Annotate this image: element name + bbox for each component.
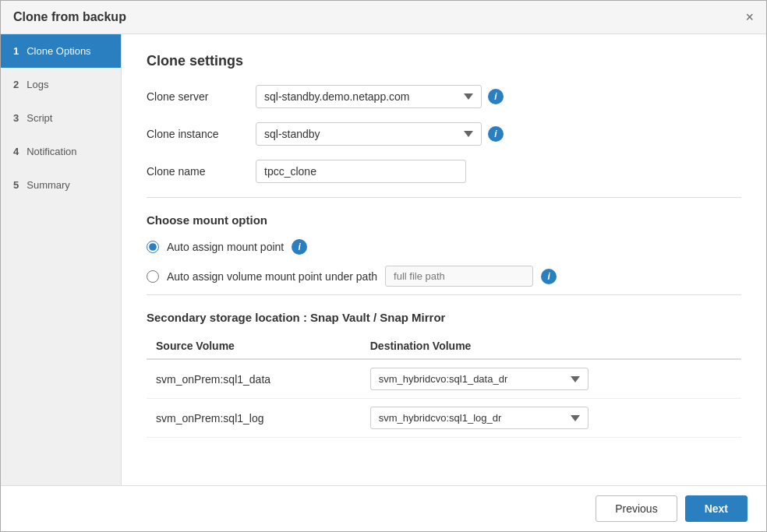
source-vol-2: svm_onPrem:sql1_log (147, 399, 361, 438)
mount-auto-label: Auto assign mount point (167, 241, 284, 253)
divider-2 (147, 294, 741, 295)
mount-path-label: Auto assign volume mount point under pat… (167, 270, 377, 283)
sidebar-item-logs[interactable]: 2 Logs (1, 68, 121, 101)
dest-vol-cell-1: svm_hybridcvo:sql1_data_dr (361, 359, 741, 399)
step-num-3: 3 (13, 112, 19, 124)
clone-server-info-icon[interactable]: i (488, 89, 504, 104)
clone-name-control (256, 160, 466, 183)
step-num-4: 4 (13, 146, 19, 157)
table-row: svm_onPrem:sql1_log svm_hybridcvo:sql1_l… (147, 399, 741, 438)
sidebar-item-summary[interactable]: 5 Summary (1, 168, 121, 202)
next-button[interactable]: Next (685, 495, 748, 522)
mount-auto-radio[interactable] (147, 241, 159, 253)
mount-auto-info-icon[interactable]: i (292, 239, 307, 255)
clone-instance-control: sql-standby i (256, 122, 504, 146)
main-content: Clone settings Clone server sql-standby.… (122, 34, 766, 485)
dialog-header: Clone from backup × (1, 1, 766, 34)
dest-vol-select-1[interactable]: svm_hybridcvo:sql1_data_dr (370, 368, 589, 390)
table-row: svm_onPrem:sql1_data svm_hybridcvo:sql1_… (147, 359, 741, 399)
clone-server-label: Clone server (147, 90, 256, 103)
step-num-1: 1 (13, 45, 19, 57)
mount-options: Auto assign mount point i Auto assign vo… (147, 239, 741, 287)
clone-server-row: Clone server sql-standby.demo.netapp.com… (147, 85, 741, 108)
clone-from-backup-dialog: Clone from backup × 1 Clone Options 2 Lo… (0, 0, 767, 532)
clone-instance-label: Clone instance (147, 128, 256, 140)
col-source-header: Source Volume (147, 333, 361, 359)
previous-button[interactable]: Previous (596, 495, 677, 522)
sidebar-item-clone-options[interactable]: 1 Clone Options (1, 34, 121, 68)
dest-vol-select-2[interactable]: svm_hybridcvo:sql1_log_dr (370, 407, 589, 429)
mount-path-info-icon[interactable]: i (541, 269, 557, 284)
sidebar: 1 Clone Options 2 Logs 3 Script 4 Notifi… (1, 34, 122, 485)
storage-table: Source Volume Destination Volume svm_onP… (147, 333, 741, 438)
clone-server-control: sql-standby.demo.netapp.com i (256, 85, 504, 108)
clone-server-select[interactable]: sql-standby.demo.netapp.com (256, 85, 482, 108)
mount-path-radio[interactable] (147, 270, 159, 283)
dialog-footer: Previous Next (1, 485, 766, 531)
clone-name-input[interactable] (256, 160, 466, 183)
divider-1 (147, 197, 741, 198)
clone-instance-select[interactable]: sql-standby (256, 122, 482, 146)
clone-settings-title: Clone settings (147, 53, 741, 69)
mount-option1-row: Auto assign mount point i (147, 239, 741, 255)
clone-name-row: Clone name (147, 160, 741, 183)
mount-path-input[interactable] (385, 266, 533, 287)
step-label-script: Script (27, 112, 52, 124)
mount-section-title: Choose mount option (147, 213, 741, 227)
clone-instance-row: Clone instance sql-standby i (147, 122, 741, 146)
storage-section-title: Secondary storage location : Snap Vault … (147, 311, 741, 324)
dest-vol-cell-2: svm_hybridcvo:sql1_log_dr (361, 399, 741, 438)
step-label-summary: Summary (27, 179, 70, 191)
step-label-logs: Logs (27, 79, 48, 90)
col-dest-header: Destination Volume (361, 333, 741, 359)
mount-option2-row: Auto assign volume mount point under pat… (147, 266, 741, 287)
step-label-clone-options: Clone Options (27, 45, 90, 57)
step-num-2: 2 (13, 79, 19, 90)
dialog-body: 1 Clone Options 2 Logs 3 Script 4 Notifi… (1, 34, 766, 485)
dialog-title: Clone from backup (13, 10, 126, 24)
table-header-row: Source Volume Destination Volume (147, 333, 741, 359)
sidebar-item-notification[interactable]: 4 Notification (1, 135, 121, 168)
step-label-notification: Notification (27, 146, 76, 157)
clone-instance-info-icon[interactable]: i (488, 126, 504, 142)
close-button[interactable]: × (745, 10, 754, 24)
step-num-5: 5 (13, 179, 19, 191)
source-vol-1: svm_onPrem:sql1_data (147, 359, 361, 399)
sidebar-item-script[interactable]: 3 Script (1, 101, 121, 135)
clone-name-label: Clone name (147, 165, 256, 178)
